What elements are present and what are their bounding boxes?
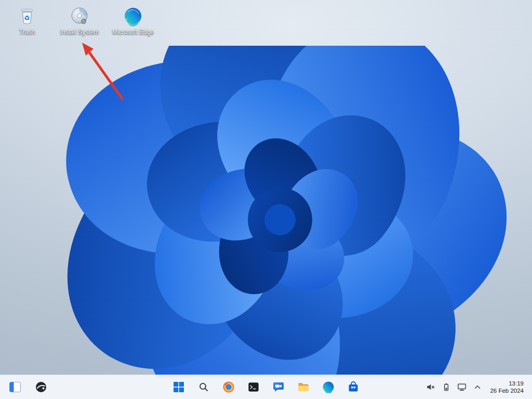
svg-text:⚙: ⚙ bbox=[81, 17, 87, 25]
dark-globe-app-icon[interactable] bbox=[32, 378, 50, 396]
store-icon[interactable] bbox=[344, 378, 362, 396]
battery-icon[interactable] bbox=[440, 378, 453, 396]
terminal-icon[interactable] bbox=[245, 378, 262, 396]
volume-muted-icon[interactable] bbox=[424, 378, 437, 396]
taskbar: 13:19 26 Feb 2024 bbox=[0, 375, 532, 399]
clock-time: 13:19 bbox=[509, 380, 524, 387]
edge-icon[interactable] bbox=[320, 378, 337, 396]
desktop-icon-trash[interactable]: ♻ Trash bbox=[3, 5, 51, 36]
svg-text:♻: ♻ bbox=[24, 15, 30, 22]
search-icon[interactable] bbox=[195, 378, 212, 396]
taskbar-tray: 13:19 26 Feb 2024 bbox=[424, 375, 528, 399]
desktop-icon-label: Install System bbox=[60, 29, 99, 36]
desktop-icon-label: Microsoft Edge bbox=[112, 29, 154, 36]
wallpaper-bloom bbox=[44, 46, 522, 378]
installer-disc-icon: ⚙ bbox=[69, 5, 90, 27]
firefox-icon[interactable] bbox=[220, 378, 237, 396]
chevron-up-icon[interactable] bbox=[471, 378, 484, 396]
recycle-bin-icon: ♻ bbox=[16, 5, 38, 27]
desktop-icon-install-system[interactable]: ⚙ Install System bbox=[56, 5, 103, 36]
taskbar-left-group bbox=[6, 375, 50, 399]
file-explorer-icon[interactable] bbox=[295, 378, 312, 396]
taskbar-center-group bbox=[170, 375, 362, 399]
start-button[interactable] bbox=[170, 378, 188, 396]
clock-date: 26 Feb 2024 bbox=[490, 387, 524, 394]
clock[interactable]: 13:19 26 Feb 2024 bbox=[487, 380, 528, 394]
edge-browser-icon bbox=[122, 5, 144, 27]
chat-icon[interactable] bbox=[270, 378, 287, 396]
desktop-icon-microsoft-edge[interactable]: Microsoft Edge bbox=[109, 5, 157, 36]
desktop: ♻ Trash ⚙ Install System bbox=[0, 0, 532, 399]
desktop-icon-label: Trash bbox=[19, 29, 35, 36]
network-ethernet-icon[interactable] bbox=[456, 378, 468, 396]
window-app-icon[interactable] bbox=[6, 378, 24, 396]
